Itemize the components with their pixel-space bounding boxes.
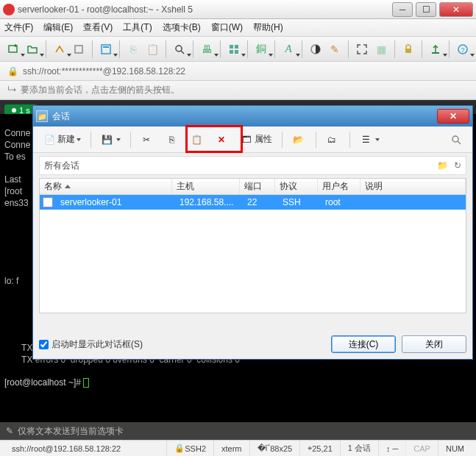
add-session-arrow-icon[interactable]: ⮡ bbox=[7, 85, 16, 96]
dlg-properties-button[interactable]: 🗔属性 bbox=[236, 130, 277, 149]
show-on-startup-input[interactable] bbox=[39, 340, 49, 349]
color-icon[interactable] bbox=[307, 40, 324, 58]
font-icon[interactable]: A bbox=[280, 40, 297, 58]
show-on-startup-checkbox[interactable]: 启动时显示此对话框(S) bbox=[39, 338, 143, 351]
svg-point-14 bbox=[452, 136, 458, 142]
transparency-icon[interactable]: ▦ bbox=[372, 40, 390, 58]
cell-protocol: SSH bbox=[278, 197, 321, 207]
separator bbox=[92, 40, 93, 58]
menu-tabs[interactable]: 选项卡(B) bbox=[163, 21, 201, 34]
encoding-icon[interactable]: 銅 bbox=[252, 40, 270, 58]
col-name[interactable]: 名称 bbox=[40, 179, 172, 194]
open-icon[interactable] bbox=[24, 40, 41, 58]
hint-text: 要添加当前会话，点击左侧的箭头按钮。 bbox=[21, 84, 180, 96]
paste-icon[interactable]: 📋 bbox=[143, 40, 161, 58]
dlg-copy-icon[interactable]: ⎘ bbox=[161, 130, 184, 149]
copy-icon[interactable]: ⎘ bbox=[124, 40, 142, 58]
svg-rect-10 bbox=[405, 49, 411, 53]
connect-button[interactable]: 连接(C) bbox=[331, 335, 396, 353]
col-protocol[interactable]: 协议 bbox=[275, 179, 318, 194]
separator bbox=[220, 40, 221, 58]
highlight-icon[interactable]: ✎ bbox=[326, 40, 344, 58]
dlg-search-icon[interactable] bbox=[446, 130, 466, 149]
dlg-list-icon[interactable]: ☰ bbox=[355, 130, 384, 149]
svg-rect-8 bbox=[235, 50, 238, 54]
dlg-cut-icon[interactable]: ✂ bbox=[136, 130, 159, 149]
status-cursor: ⌖ 25,21 bbox=[299, 441, 340, 456]
separator bbox=[119, 40, 120, 58]
separator bbox=[422, 40, 422, 58]
cell-port: 22 bbox=[243, 197, 278, 207]
col-desc[interactable]: 说明 bbox=[360, 179, 466, 194]
svg-rect-7 bbox=[230, 50, 233, 54]
dialog-title: 会话 bbox=[52, 110, 437, 123]
menu-tools[interactable]: 工具(T) bbox=[123, 21, 152, 34]
dlg-paste-icon[interactable]: 📋 bbox=[186, 130, 209, 149]
dlg-new-button[interactable]: 📄新建 bbox=[39, 130, 85, 149]
dialog-icon: 📁 bbox=[36, 110, 48, 122]
maximize-button[interactable]: ☐ bbox=[416, 2, 436, 17]
menu-file[interactable]: 文件(F) bbox=[4, 21, 33, 34]
dlg-save-icon[interactable]: 💾 bbox=[96, 130, 125, 149]
status-num: NUM bbox=[438, 441, 472, 456]
close-button[interactable]: 关闭 bbox=[402, 335, 466, 353]
status-term: xterm bbox=[213, 441, 249, 456]
svg-point-4 bbox=[176, 46, 182, 51]
dlg-refresh-icon[interactable]: ↻ bbox=[454, 160, 461, 171]
menu-edit[interactable]: 编辑(E) bbox=[43, 21, 73, 34]
separator bbox=[282, 132, 283, 148]
separator bbox=[302, 40, 302, 58]
separator bbox=[90, 132, 91, 148]
dlg-folder-icon[interactable]: 📂 bbox=[288, 130, 310, 149]
status-cap: CAP bbox=[405, 441, 438, 456]
svg-rect-2 bbox=[102, 45, 110, 54]
help-icon[interactable]: ? bbox=[454, 40, 472, 58]
svg-text:?: ? bbox=[461, 46, 464, 54]
minimize-button[interactable]: ─ bbox=[392, 2, 413, 17]
send-text-icon[interactable]: ✎ bbox=[6, 426, 13, 436]
lock-small-icon: 🔒 bbox=[7, 66, 18, 76]
cell-user: root bbox=[321, 197, 363, 207]
fullscreen-icon[interactable] bbox=[353, 40, 371, 58]
separator bbox=[449, 40, 450, 58]
menu-window[interactable]: 窗口(W) bbox=[211, 21, 243, 34]
sessions-dialog: 📁 会话 ✕ 📄新建 💾 ✂ ⎘ 📋 ✕ 🗔属性 📂 🗂 ☰ 所有会话 📁 ↻ … bbox=[32, 105, 473, 360]
app-icon bbox=[3, 4, 15, 15]
svg-rect-3 bbox=[103, 46, 109, 48]
status-connection: ssh://root@192.168.58.128:22 bbox=[4, 441, 128, 456]
menu-view[interactable]: 查看(V) bbox=[83, 21, 113, 34]
separator bbox=[46, 40, 46, 58]
svg-rect-5 bbox=[230, 45, 233, 49]
window-close-button[interactable]: ✕ bbox=[439, 2, 473, 17]
dlg-delete-icon[interactable]: ✕ bbox=[211, 130, 234, 149]
find-icon[interactable] bbox=[171, 40, 188, 58]
dlg-newfolder-icon[interactable]: 📁 bbox=[437, 160, 448, 171]
dlg-path-bar[interactable]: 所有会话 📁 ↻ bbox=[39, 156, 466, 175]
upload-icon[interactable] bbox=[427, 40, 444, 58]
col-host[interactable]: 主机 bbox=[172, 179, 240, 194]
address-text[interactable]: ssh://root:************@192.168.58.128:2… bbox=[23, 66, 185, 76]
terminal-cursor bbox=[83, 378, 89, 388]
layout-icon[interactable] bbox=[225, 40, 243, 58]
dlg-view-icon[interactable]: 🗂 bbox=[322, 130, 344, 149]
dialog-close-button[interactable]: ✕ bbox=[437, 109, 469, 124]
terminal-prompt: [root@localhost ~]# bbox=[4, 377, 83, 388]
col-port[interactable]: 端口 bbox=[240, 179, 275, 194]
sessions-list: 名称 主机 端口 协议 用户名 说明 serverlooker-01 192.1… bbox=[39, 178, 466, 313]
properties-icon[interactable] bbox=[97, 40, 115, 58]
print-icon[interactable]: 🖶 bbox=[198, 40, 216, 58]
separator bbox=[193, 40, 193, 58]
col-user[interactable]: 用户名 bbox=[318, 179, 360, 194]
svg-rect-1 bbox=[75, 46, 82, 53]
status-size: �īˆ 88x25 bbox=[249, 441, 300, 456]
lowerbar-text: 仅将文本发送到当前选项卡 bbox=[18, 425, 124, 438]
reconnect-icon[interactable] bbox=[51, 40, 68, 58]
separator bbox=[316, 132, 316, 148]
disconnect-icon[interactable] bbox=[70, 40, 88, 58]
separator bbox=[130, 132, 131, 148]
menu-help[interactable]: 帮助(H) bbox=[253, 21, 283, 34]
new-session-icon[interactable] bbox=[4, 40, 22, 58]
lock-icon[interactable] bbox=[399, 40, 417, 58]
separator bbox=[247, 40, 248, 58]
session-row[interactable]: serverlooker-01 192.168.58.... 22 SSH ro… bbox=[40, 195, 466, 210]
